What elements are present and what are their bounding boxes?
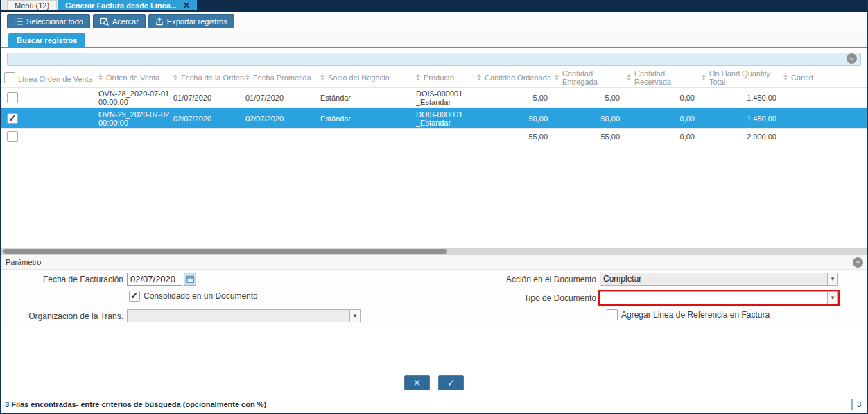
cell-cantidad-reservada: 0,00 [627, 114, 702, 123]
column-label: Orden de Venta [106, 74, 159, 82]
summary-cantidad-ordenada: 55,00 [477, 132, 555, 141]
column-header-fecha-prometida[interactable]: Fecha Prometida [245, 74, 320, 82]
column-label: Cantid [791, 74, 813, 82]
parameter-panel-body: Fecha de Facturación Consolidado en un D… [1, 270, 867, 329]
summary-cantidad-entregada: 55,00 [555, 132, 627, 141]
add-reference-checkbox-field: Agregar Linea de Referencia en Factura [607, 309, 770, 320]
ok-check-icon: ✓ [447, 377, 455, 388]
close-tab-icon[interactable]: ✕ [183, 1, 190, 10]
cell-cantidad-entregada: 5,00 [555, 94, 627, 102]
search-row [1, 48, 867, 67]
doc-type-value [600, 292, 827, 304]
chevron-down-icon [856, 259, 860, 264]
select-all-label: Seleccionar todo [26, 17, 83, 26]
cell-fecha-orden: 01/07/2020 [173, 94, 245, 102]
search-collapse-icon[interactable] [847, 53, 857, 64]
toolbar: Seleccionar todo Acercar Exportar regist… [1, 12, 867, 31]
column-label: Fecha Prometida [253, 74, 311, 82]
invoice-date-field [127, 273, 196, 286]
zoom-button[interactable]: Acercar [93, 14, 146, 28]
cell-fecha-orden: 02/07/2020 [173, 114, 245, 123]
doc-action-label: Acción en el Documento [417, 275, 596, 284]
column-header-fecha-orden[interactable]: Fecha de la Orden [173, 74, 245, 82]
cell-orden-venta: OVN-28_2020-07-01 00:00:00 [98, 89, 173, 106]
row-checkbox[interactable] [7, 92, 18, 103]
cell-cantidad-entregada: 50,00 [555, 114, 627, 123]
column-label: Producto [424, 74, 454, 82]
sort-icon [98, 74, 103, 80]
sort-icon [173, 74, 177, 80]
doc-action-combobox[interactable]: Completar ▾ [600, 273, 838, 286]
column-header-cantidad-clipped[interactable]: Cantid [783, 74, 867, 82]
cell-cantidad-ordenada: 5,00 [477, 94, 555, 102]
invoice-date-input[interactable] [127, 273, 182, 286]
select-all-button[interactable]: Seleccionar todo [7, 14, 90, 28]
column-header-cantidad-entregada[interactable]: Cantidad Entregada [555, 69, 627, 86]
status-message: 3 Filas encontradas- entre criterios de … [1, 400, 851, 408]
column-header-cantidad-ordenada[interactable]: Cantidad Ordenada [477, 74, 555, 82]
column-label: Fecha de la Orden [181, 74, 244, 82]
search-input[interactable] [7, 53, 861, 66]
select-all-checkbox[interactable] [4, 72, 15, 83]
table-row-selected[interactable]: OVN-29_2020-07-02 00:00:00 02/07/2020 02… [1, 108, 867, 128]
column-label: On Hand Quantity Total [709, 69, 783, 86]
tab-generar-factura[interactable]: Generar Factura desde Linea... ✕ [58, 0, 197, 10]
dropdown-arrow-icon[interactable]: ▾ [827, 292, 837, 304]
doc-type-combobox-alert[interactable]: ▾ [600, 291, 838, 304]
panel-collapse-icon[interactable] [853, 257, 863, 268]
cell-socio: Estándar [320, 114, 416, 123]
cell-fecha-prometida: 02/07/2020 [245, 114, 320, 123]
grid-header-row: Línea Orden de Venta Orden de Venta Fech… [1, 67, 867, 88]
table-row[interactable]: OVN-28_2020-07-01 00:00:00 01/07/2020 01… [1, 88, 867, 108]
tab-menu[interactable]: Menú (12) [7, 0, 57, 10]
sort-icon [783, 74, 788, 80]
column-header-on-hand[interactable]: On Hand Quantity Total [702, 69, 783, 86]
doc-type-label: Tipo de Documento [417, 293, 596, 303]
consolidated-checkbox[interactable] [129, 291, 140, 302]
cancel-x-icon: ✕ [413, 377, 421, 388]
column-label: Cantidad Reservada [634, 69, 702, 86]
sort-icon [627, 74, 631, 80]
column-header-cantidad-reservada[interactable]: Cantidad Reservada [627, 69, 702, 86]
process-window: Menú (12) Generar Factura desde Linea...… [0, 0, 868, 414]
tab-buscar-registros[interactable]: Buscar registros [8, 33, 85, 47]
tab-buscar-registros-label: Buscar registros [17, 36, 77, 44]
horizontal-scrollbar[interactable] [1, 248, 867, 255]
column-label: Cantidad Ordenada [485, 74, 551, 82]
column-header-orden-venta[interactable]: Orden de Venta [98, 74, 173, 82]
cancel-button[interactable]: ✕ [404, 375, 430, 390]
export-button[interactable]: Exportar registros [148, 14, 234, 28]
parameter-panel-header: Parámetro [1, 255, 867, 270]
org-value [128, 310, 349, 322]
dropdown-arrow-icon[interactable]: ▾ [349, 310, 360, 322]
scrollbar-thumb[interactable] [3, 249, 447, 254]
calendar-icon [186, 275, 194, 283]
sort-icon [702, 74, 706, 80]
confirm-row: ✕ ✓ [1, 367, 867, 395]
dropdown-arrow-icon[interactable]: ▾ [827, 273, 837, 285]
sort-icon [555, 74, 559, 80]
cell-producto: DOIS-000001 _Estandar [416, 89, 477, 106]
org-combobox[interactable]: ▾ [127, 309, 361, 322]
cell-on-hand: 1.450,00 [702, 114, 783, 123]
row-checkbox[interactable] [7, 131, 18, 142]
ok-button[interactable]: ✓ [438, 375, 464, 390]
org-label: Organización de la Trans. [1, 311, 123, 321]
cell-producto: DOIS-000001 _Estandar [416, 110, 477, 127]
add-reference-checkbox[interactable] [607, 309, 618, 320]
calendar-button[interactable] [184, 273, 196, 286]
tab-generar-factura-label: Generar Factura desde Linea... [65, 1, 177, 10]
column-label: Socio del Negocio [328, 74, 390, 82]
cell-cantidad-ordenada: 50,00 [477, 114, 555, 123]
row-checkbox-checked[interactable] [7, 113, 18, 124]
column-header-socio[interactable]: Socio del Negocio [320, 74, 416, 82]
export-label: Exportar registros [167, 17, 227, 26]
column-header-producto[interactable]: Producto [416, 74, 477, 82]
summary-row: 55,00 55,00 0,00 2.900,00 [1, 128, 867, 144]
tab-menu-label: Menú (12) [15, 1, 49, 10]
invoice-date-label: Fecha de Facturación [1, 275, 123, 284]
parameter-title: Parámetro [6, 258, 41, 266]
column-header-linea-orden[interactable]: Línea Orden de Venta [1, 70, 98, 85]
doc-action-value: Completar [600, 273, 827, 285]
consolidated-checkbox-field: Consolidado en un Documento [129, 291, 258, 302]
